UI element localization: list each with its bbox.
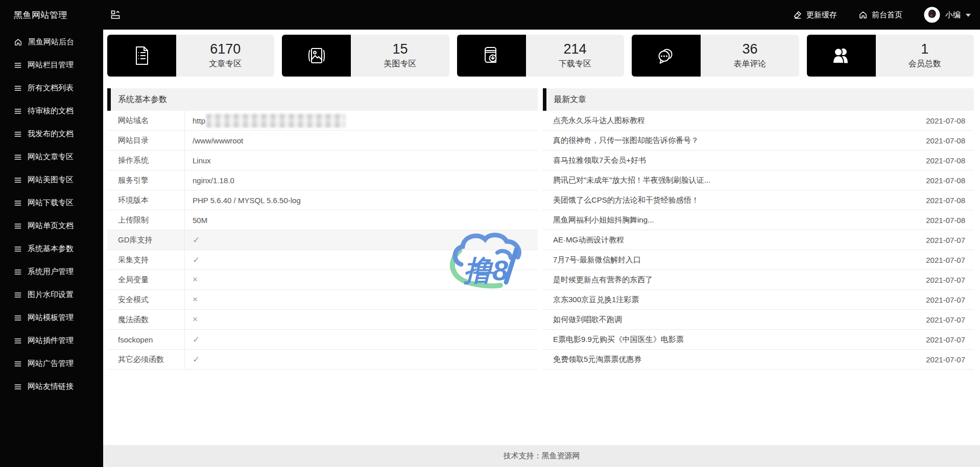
user-menu[interactable]: 小编 xyxy=(924,7,971,23)
table-row: 采集支持 ✓ xyxy=(107,250,538,270)
article-title[interactable]: 腾讯已对"未成年"放大招！半夜强制刷脸认证... xyxy=(553,176,710,185)
article-row[interactable]: 黑鱼网福利小姐姐抖胸舞ing... 2021-07-08 xyxy=(543,210,974,230)
hamburger-icon xyxy=(14,245,22,253)
article-title[interactable]: 美团饿了么CPS的方法论和干货经验感悟！ xyxy=(553,195,699,205)
param-value: Linux xyxy=(185,151,211,170)
article-title[interactable]: 真的很神奇，只传一张图却能告诉你番号？ xyxy=(553,136,699,145)
home-icon xyxy=(14,38,22,46)
footer-support-link[interactable]: 黑鱼资源网 xyxy=(542,451,580,461)
hamburger-icon xyxy=(14,268,22,276)
front-home-button[interactable]: 前台首页 xyxy=(858,10,902,20)
sidebar-item-label: 网站下载专区 xyxy=(28,198,74,208)
article-row[interactable]: 美团饿了么CPS的方法论和干货经验感悟！ 2021-07-08 xyxy=(543,190,974,210)
grid-icon[interactable] xyxy=(107,7,124,23)
article-date: 2021-07-07 xyxy=(926,236,965,244)
article-row[interactable]: 真的很神奇，只传一张图却能告诉你番号？ 2021-07-08 xyxy=(543,131,974,151)
article-date: 2021-07-08 xyxy=(926,176,965,185)
eraser-icon xyxy=(793,10,802,19)
sidebar-item-users[interactable]: 系统用户管理 xyxy=(0,260,103,283)
sidebar-item-system-params[interactable]: 系统基本参数 xyxy=(0,237,103,260)
sidebar-item-columns[interactable]: 网站栏目管理 xyxy=(0,54,103,77)
article-row[interactable]: 京东300京豆兑换1注彩票 2021-07-07 xyxy=(543,290,974,310)
sidebar-item-links[interactable]: 网站友情链接 xyxy=(0,375,103,398)
article-title[interactable]: 点亮永久乐斗达人图标教程 xyxy=(553,116,645,126)
sidebar-item-templates[interactable]: 网站模板管理 xyxy=(0,306,103,329)
article-title[interactable]: 如何做到唱歌不跑调 xyxy=(553,315,622,325)
article-title[interactable]: AE·MG动画设计教程 xyxy=(553,235,624,245)
article-title[interactable]: 是时候更新点有营养的东西了 xyxy=(553,275,653,285)
table-row: fsockopen ✓ xyxy=(107,330,538,350)
article-title[interactable]: 黑鱼网福利小姐姐抖胸舞ing... xyxy=(553,215,654,225)
article-date: 2021-07-08 xyxy=(926,136,965,145)
article-row[interactable]: 是时候更新点有营养的东西了 2021-07-07 xyxy=(543,270,974,290)
footer: 技术支持：黑鱼资源网 xyxy=(103,445,980,467)
table-row: 安全模式 × xyxy=(107,290,538,310)
article-title[interactable]: 免费领取5元淘票票优惠券 xyxy=(553,355,641,364)
stat-card-articles[interactable]: 6170 文章专区 xyxy=(107,35,274,77)
avatar xyxy=(924,7,940,23)
stat-card-downloads[interactable]: 214 下载专区 xyxy=(457,35,624,77)
stat-card-comments[interactable]: 36 表单评论 xyxy=(632,35,799,77)
article-row[interactable]: 点亮永久乐斗达人图标教程 2021-07-08 xyxy=(543,111,974,131)
article-row[interactable]: AE·MG动画设计教程 2021-07-07 xyxy=(543,230,974,250)
sidebar-item-gallery[interactable]: 网站美图专区 xyxy=(0,168,103,191)
param-label: 网站域名 xyxy=(107,111,185,130)
sidebar-item-label: 网站文章专区 xyxy=(28,152,74,162)
sidebar-item-single-pages[interactable]: 网站单页文档 xyxy=(0,214,103,237)
sidebar-item-dashboard[interactable]: 黑鱼网站后台 xyxy=(0,31,103,54)
sidebar-item-downloads[interactable]: 网站下载专区 xyxy=(0,191,103,214)
stat-value: 6170 xyxy=(210,42,241,56)
sidebar-item-label: 网站插件管理 xyxy=(28,336,74,346)
latest-articles-panel: 最新文章 点亮永久乐斗达人图标教程 2021-07-08 真的很神奇，只传一张图… xyxy=(543,88,974,370)
param-label: 服务引擎 xyxy=(107,170,185,190)
article-title[interactable]: 京东300京豆兑换1注彩票 xyxy=(553,295,639,305)
sidebar-item-articles[interactable]: 网站文章专区 xyxy=(0,145,103,168)
check-icon: ✓ xyxy=(185,330,200,349)
article-title[interactable]: 7月7号-最新微信解封入口 xyxy=(553,255,641,265)
sidebar-item-plugins[interactable]: 网站插件管理 xyxy=(0,329,103,352)
stat-card-gallery[interactable]: 15 美图专区 xyxy=(282,35,449,77)
article-title[interactable]: E票电影9.9元购买《中国医生》电影票 xyxy=(553,335,684,345)
article-row[interactable]: 喜马拉雅领取7天会员+好书 2021-07-08 xyxy=(543,151,974,170)
article-date: 2021-07-07 xyxy=(926,315,965,324)
stat-label: 文章专区 xyxy=(209,59,242,69)
article-row[interactable]: 7月7号-最新微信解封入口 2021-07-07 xyxy=(543,250,974,270)
sidebar-item-watermark[interactable]: 图片水印设置 xyxy=(0,283,103,306)
article-date: 2021-07-07 xyxy=(926,335,965,344)
article-date: 2021-07-08 xyxy=(926,116,965,125)
article-title[interactable]: 喜马拉雅领取7天会员+好书 xyxy=(553,156,646,165)
article-row[interactable]: E票电影9.9元购买《中国医生》电影票 2021-07-07 xyxy=(543,330,974,350)
article-row[interactable]: 免费领取5元淘票票优惠券 2021-07-07 xyxy=(543,350,974,370)
hamburger-icon xyxy=(14,153,22,161)
param-label: 全局变量 xyxy=(107,270,185,289)
param-label: 安全模式 xyxy=(107,290,185,309)
article-row[interactable]: 腾讯已对"未成年"放大招！半夜强制刷脸认证... 2021-07-08 xyxy=(543,170,974,190)
update-cache-button[interactable]: 更新缓存 xyxy=(793,10,837,20)
table-row: 服务引擎 nginx/1.18.0 xyxy=(107,170,538,190)
check-icon: ✓ xyxy=(185,350,200,369)
hamburger-icon xyxy=(14,222,22,230)
sidebar-item-pending-docs[interactable]: 待审核的文档 xyxy=(0,100,103,122)
article-row[interactable]: 如何做到唱歌不跑调 2021-07-07 xyxy=(543,310,974,330)
table-row: 环境版本 PHP 5.6.40 / MYSQL 5.6.50-log xyxy=(107,190,538,210)
sidebar-item-my-docs[interactable]: 我发布的文档 xyxy=(0,122,103,145)
comments-icon xyxy=(655,44,678,67)
stat-label: 美图专区 xyxy=(384,59,417,69)
table-row: 上传限制 50M xyxy=(107,210,538,230)
param-value: /www/wwwroot xyxy=(185,131,243,150)
hamburger-icon xyxy=(14,383,22,391)
front-home-label: 前台首页 xyxy=(872,10,902,20)
stat-value: 15 xyxy=(393,42,408,56)
hamburger-icon xyxy=(14,84,22,92)
stat-card-members[interactable]: 1 会员总数 xyxy=(807,35,974,77)
sidebar-item-all-docs[interactable]: 所有文档列表 xyxy=(0,77,103,100)
sidebar-item-label: 待审核的文档 xyxy=(28,106,74,116)
redacted-domain xyxy=(206,114,345,128)
chevron-down-icon xyxy=(966,14,971,19)
panel-title: 系统基本参数 xyxy=(107,88,538,111)
sidebar-item-ads[interactable]: 网站广告管理 xyxy=(0,352,103,375)
hamburger-icon xyxy=(14,314,22,322)
check-icon: ✓ xyxy=(185,230,200,250)
sidebar-item-label: 我发布的文档 xyxy=(28,129,74,139)
sidebar-item-label: 网站广告管理 xyxy=(28,359,74,368)
